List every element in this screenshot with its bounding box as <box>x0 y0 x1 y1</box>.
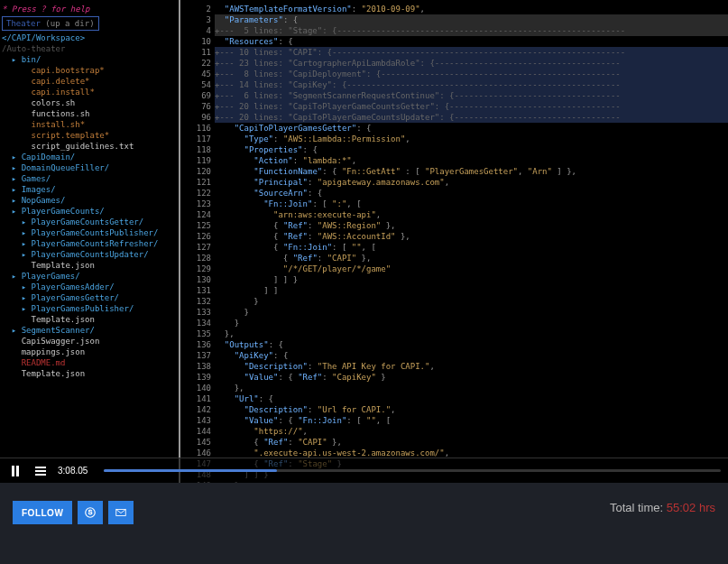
skype-icon: S <box>84 506 97 519</box>
tree-item[interactable]: ▸ PlayerGamesPublisher/ <box>2 303 177 314</box>
code-editor[interactable]: 2341011224554697696116117118119120121122… <box>180 0 728 483</box>
tree-item[interactable]: script_guidelines.txt <box>2 141 177 152</box>
progress-fill <box>104 469 276 472</box>
tree-item[interactable]: script.template* <box>2 130 177 141</box>
tree-item[interactable]: CapiSwagger.json <box>2 336 177 347</box>
tree-item[interactable]: install.sh* <box>2 119 177 130</box>
tree-item[interactable]: ▸ PlayerGames/ <box>2 271 177 282</box>
tree-item[interactable]: mappings.json <box>2 347 177 357</box>
skype-button[interactable]: S <box>78 501 103 524</box>
tree-item[interactable]: ▸ Images/ <box>2 184 177 195</box>
path-input[interactable]: Theater (up a dir) <box>2 16 99 31</box>
tree-item[interactable]: README.md <box>2 357 177 368</box>
file-tree: ▸ bin/ capi.bootstrap* capi.delete* capi… <box>2 54 177 379</box>
tree-item[interactable]: ▸ PlayerGameCounts/ <box>2 206 177 217</box>
chapters-button[interactable] <box>32 463 49 479</box>
tree-item[interactable]: ▸ PlayerGameCountsUpdater/ <box>2 249 177 260</box>
svg-text:S: S <box>88 509 93 515</box>
tree-item[interactable]: ▸ Games/ <box>2 173 177 184</box>
file-tree-sidebar: * Press ? for help Theater (up a dir) </… <box>0 0 180 483</box>
tree-item[interactable]: colors.sh <box>2 97 177 108</box>
pause-button[interactable] <box>7 463 23 479</box>
tree-item[interactable]: ▸ PlayerGamesGetter/ <box>2 292 177 303</box>
tree-item[interactable]: Template.json <box>2 260 177 271</box>
footer-actions: FOLLOW S <box>13 501 134 524</box>
help-hint: * Press ? for help <box>2 4 177 14</box>
tree-item[interactable]: capi.bootstrap* <box>2 65 177 76</box>
pause-icon <box>12 466 19 476</box>
mail-icon <box>115 506 127 519</box>
email-button[interactable] <box>108 501 134 524</box>
tree-item[interactable]: ▸ PlayerGameCountsRefresher/ <box>2 238 177 249</box>
tree-item[interactable]: ▸ PlayerGameCountsGetter/ <box>2 217 177 227</box>
video-player: * Press ? for help Theater (up a dir) </… <box>0 0 728 483</box>
workspace-path: </CAPI/Workspace> <box>2 32 177 43</box>
tree-item[interactable]: ▸ CapiDomain/ <box>2 152 177 162</box>
total-time: Total time: 55:02 hrs <box>610 501 715 514</box>
follow-button[interactable]: FOLLOW <box>13 501 72 524</box>
tree-item[interactable]: Template.json <box>2 314 177 325</box>
progress-bar[interactable] <box>104 469 721 472</box>
current-time: 3:08.05 <box>58 466 88 476</box>
footer-bar: FOLLOW S Total time: 55:02 hrs <box>0 483 728 564</box>
tree-item[interactable]: ▸ PlayerGameCountsPublisher/ <box>2 227 177 238</box>
tree-item[interactable]: Template.json <box>2 368 177 379</box>
tree-item[interactable]: ▸ bin/ <box>2 54 177 65</box>
tree-item[interactable]: functions.sh <box>2 108 177 119</box>
chapters-icon <box>35 467 46 476</box>
tree-item[interactable]: capi.install* <box>2 87 177 97</box>
auto-theater-label: /Auto-theater <box>2 43 177 54</box>
code-lines: "AWSTemplateFormatVersion": "2010-09-09"… <box>215 0 728 483</box>
tree-item[interactable]: capi.delete* <box>2 76 177 87</box>
player-controls: 3:08.05 <box>0 458 728 483</box>
tree-item[interactable]: ▸ DomainQueueFiller/ <box>2 162 177 173</box>
tree-item[interactable]: ▸ NopGames/ <box>2 195 177 206</box>
tree-item[interactable]: ▸ PlayerGamesAdder/ <box>2 282 177 292</box>
tree-item[interactable]: ▸ SegmentScanner/ <box>2 325 177 336</box>
line-gutter: 2341011224554697696116117118119120121122… <box>180 0 211 483</box>
